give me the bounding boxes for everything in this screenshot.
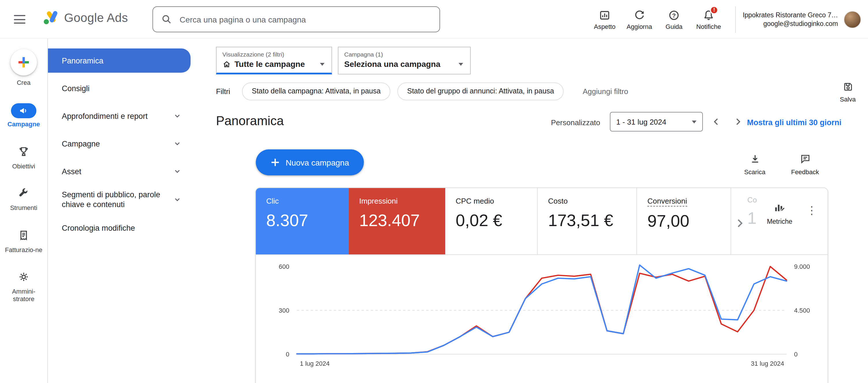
scorecard-impressioni[interactable]: Impressioni 123.407: [349, 188, 445, 254]
rail-label-strumenti: Strumenti: [0, 204, 48, 211]
gear-icon: [18, 271, 29, 285]
dropdown-caret-icon: [459, 63, 463, 66]
feedback-icon: [800, 153, 810, 164]
metrics-button[interactable]: Metriche: [761, 201, 798, 225]
header-divider: [735, 6, 736, 33]
rail-label-fatturazione: Fatturazio-ne: [0, 246, 48, 253]
sidebar-item-segmenti[interactable]: Segmenti di pubblico, parole chiave e co…: [48, 187, 191, 212]
campaign-selector-label: Campagna (1): [344, 51, 464, 58]
scorecard-cpc-medio[interactable]: CPC medio 0,02 €: [445, 188, 538, 254]
home-icon: [222, 60, 231, 68]
sidebar-label-panoramica: Panoramica: [62, 56, 103, 66]
sidebar-item-approfondimenti[interactable]: Approfondimenti e report: [48, 104, 191, 128]
scroll-right-button[interactable]: [734, 217, 746, 232]
x-axis-end-label: 31 lug 2024: [751, 360, 784, 367]
chevron-left-icon: [711, 116, 721, 127]
search-input[interactable]: [152, 6, 440, 32]
sidebar-item-consigli[interactable]: Consigli: [48, 76, 191, 100]
scorecard-impressioni-label: Impressioni: [359, 197, 398, 205]
save-button[interactable]: Salva: [833, 81, 862, 103]
refresh-icon: [633, 9, 645, 21]
view-selector[interactable]: Visualizzazione (2 filtri) Tutte le camp…: [216, 47, 332, 74]
rail-item-strumenti[interactable]: Strumenti: [0, 187, 48, 211]
scorecards-row: Clic 8.307 Impressioni 123.407 CPC medio…: [256, 188, 828, 255]
sidebar-label-campagne: Campagne: [62, 139, 100, 148]
date-range-picker[interactable]: 1 - 31 lug 2024: [610, 112, 703, 132]
new-campaign-button[interactable]: Nuova campagna: [256, 149, 364, 175]
sidebar-nav: Panoramica Consigli Approfondimenti e re…: [48, 48, 191, 243]
sidebar-item-panoramica[interactable]: Panoramica: [48, 48, 191, 73]
tools-icon: [18, 187, 29, 201]
account-email: google@studioginko.com: [743, 19, 838, 28]
google-ads-app: Google Ads Aspetto: [0, 0, 868, 383]
rail-label-obiettivi: Obiettivi: [0, 162, 48, 170]
next-period-button[interactable]: [730, 113, 747, 130]
overview-chart: 600 300 0 9.000 4.500 0 1 lug 2024 31 lu…: [256, 255, 828, 383]
chevron-down-icon: [173, 140, 181, 148]
chevron-down-icon: [173, 196, 181, 204]
global-search: [152, 6, 440, 32]
notification-badge: !: [710, 5, 718, 14]
rail-item-obiettivi[interactable]: Obiettivi: [0, 145, 48, 170]
rail-item-campagne[interactable]: Campagne: [0, 103, 48, 128]
menu-icon[interactable]: [14, 15, 25, 24]
dropdown-caret-icon: [320, 63, 324, 66]
appearance-button[interactable]: Aspetto: [587, 9, 622, 30]
right-tick-9000: 9.000: [794, 263, 810, 270]
filter-chip-campaign-status[interactable]: Stato della campagna: Attivata, in pausa: [242, 82, 391, 100]
scorecard-overflow-area: Co 1 Metriche ⋮: [731, 188, 828, 254]
metrics-edit-icon: [773, 201, 786, 213]
scorecard-conversioni-value: 97,00: [647, 212, 731, 231]
notifications-button[interactable]: ! Notifiche: [691, 9, 726, 30]
feedback-button[interactable]: Feedback: [789, 153, 821, 175]
left-tick-600: 600: [279, 263, 289, 270]
campaign-selector-value: Seleziona una campagna: [344, 60, 440, 69]
sidebar-item-campagne[interactable]: Campagne: [48, 132, 191, 156]
date-mode-label: Personalizzato: [551, 118, 600, 127]
ads-logo-icon: [43, 10, 60, 25]
sidebar-label-asset: Asset: [62, 166, 82, 176]
create-button[interactable]: Crea: [5, 49, 42, 86]
goals-icon: [18, 146, 29, 160]
chevron-down-icon: [173, 167, 181, 175]
page-title: Panoramica: [216, 114, 284, 129]
scorecard-clic[interactable]: Clic 8.307: [256, 188, 349, 254]
feedback-label: Feedback: [789, 168, 821, 175]
download-icon: [749, 153, 760, 164]
scorecard-partial-value: 1: [747, 209, 756, 228]
help-button[interactable]: ? Guida: [657, 9, 691, 30]
sidebar-label-consigli: Consigli: [62, 83, 90, 93]
refresh-button[interactable]: Aggiorna: [622, 9, 657, 30]
scorecard-conversioni[interactable]: Conversioni 97,00: [637, 188, 731, 254]
billing-icon: [18, 229, 29, 243]
add-filter-button[interactable]: Aggiungi filtro: [583, 87, 628, 96]
avatar[interactable]: [844, 11, 861, 28]
chevron-right-icon: [734, 217, 746, 230]
save-label: Salva: [833, 96, 862, 103]
product-name: Google Ads: [64, 11, 128, 25]
search-icon: [161, 14, 172, 25]
previous-period-button[interactable]: [708, 113, 725, 130]
more-options-icon[interactable]: ⋮: [806, 204, 814, 217]
svg-text:?: ?: [672, 12, 676, 19]
rail-item-fatturazione[interactable]: Fatturazio-ne: [0, 229, 48, 253]
filter-chip-adgroup-status[interactable]: Stato del gruppo di annunci: Attivata, i…: [397, 82, 564, 100]
rail-item-amministratore[interactable]: Ammini-stratore: [0, 271, 48, 302]
download-button[interactable]: Scarica: [739, 153, 771, 175]
account-info[interactable]: Ippokrates Ristorante Greco 7… google@st…: [743, 11, 838, 28]
top-bar: Google Ads Aspetto: [0, 0, 868, 39]
sidebar-item-asset[interactable]: Asset: [48, 159, 191, 183]
appearance-icon: [599, 9, 611, 21]
sidebar-item-cronologia[interactable]: Cronologia modifiche: [48, 216, 191, 240]
header-actions: Aspetto Aggiorna ? Guida: [587, 0, 861, 39]
chevron-down-icon: [173, 112, 181, 120]
scorecard-clic-label: Clic: [266, 197, 279, 205]
scorecard-costo-value: 173,51 €: [548, 211, 637, 230]
scorecard-impressioni-value: 123.407: [359, 211, 445, 230]
campaigns-icon: [11, 103, 36, 118]
left-tick-300: 300: [279, 307, 289, 314]
campaign-selector[interactable]: Campagna (1) Seleziona una campagna: [338, 47, 471, 74]
scorecard-costo[interactable]: Costo 173,51 €: [538, 188, 637, 254]
rail-label-amministratore: Ammini-stratore: [0, 288, 48, 302]
show-last-30-days-link[interactable]: Mostra gli ultimi 30 giorni: [747, 118, 841, 127]
